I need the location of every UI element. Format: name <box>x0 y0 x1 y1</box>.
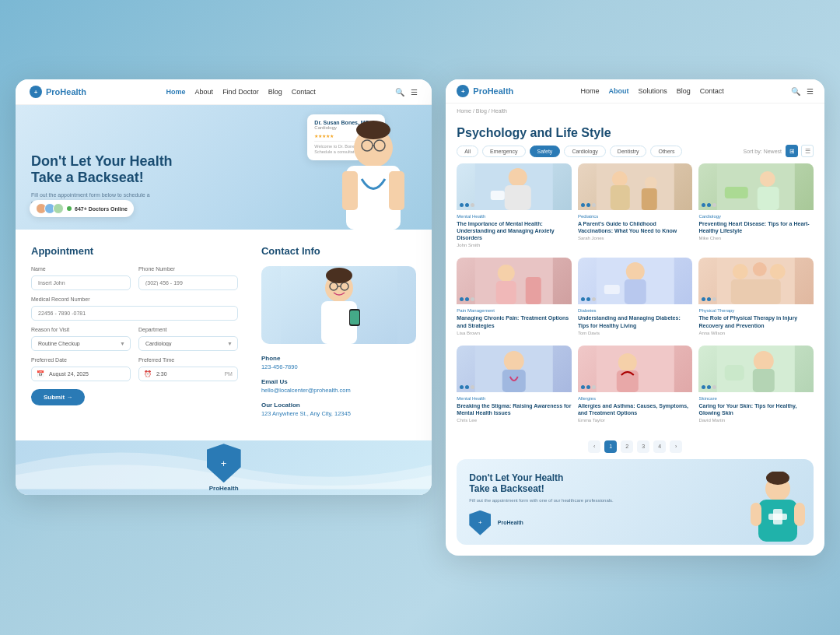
svg-point-22 <box>612 171 628 187</box>
online-badge: 647+ Doctors Online <box>30 200 134 217</box>
svg-point-31 <box>498 265 515 282</box>
blog-content-7: Mental Health Breaking the Stigma: Raisi… <box>457 392 572 426</box>
blog-author-1: John Smith <box>457 243 572 247</box>
page-3[interactable]: 3 <box>637 440 649 453</box>
search-icon-right[interactable]: 🔍 <box>791 87 800 96</box>
phone-group: Phone Number <box>138 266 238 290</box>
page-2[interactable]: 2 <box>621 440 633 453</box>
location-value: 123 Anywhere St., Any City, 12345 <box>261 410 416 417</box>
blog-title-3: Preventing Heart Disease: Tips for a Hea… <box>698 220 814 234</box>
name-phone-row: Name Phone Number <box>31 266 238 290</box>
name-group: Name <box>31 266 131 290</box>
phone-label-contact: Phone <box>261 355 416 362</box>
svg-point-40 <box>753 262 767 276</box>
name-input[interactable] <box>31 275 131 290</box>
blog-card-5[interactable]: Diabetes Understanding and Managing Diab… <box>578 258 693 339</box>
hero-doctor-img <box>331 121 416 230</box>
svg-point-50 <box>754 351 774 371</box>
time-input[interactable] <box>138 367 238 381</box>
page-1[interactable]: 1 <box>604 440 617 453</box>
blog-card-8[interactable]: Allergies Allergies and Asthma: Causes, … <box>578 346 693 426</box>
reason-select-wrapper: Routine Checkup Follow-up ▼ <box>31 335 131 351</box>
medical-row: Medical Record Number <box>31 296 238 321</box>
page-4[interactable]: 4 <box>653 440 666 453</box>
svg-point-24 <box>645 177 657 189</box>
blog-img-7 <box>457 346 572 392</box>
filter-dentistry[interactable]: Dentistry <box>610 146 647 157</box>
svg-point-27 <box>760 171 775 187</box>
blog-card-3[interactable]: Cardiology Preventing Heart Disease: Tip… <box>698 163 814 251</box>
screen-left: + ProHealth Home About Find Doctor Blog … <box>16 79 432 495</box>
hero-right-sub: Fill out the appointment form with one o… <box>469 497 739 503</box>
menu-icon-right[interactable]: ☰ <box>807 87 814 96</box>
blog-content-5: Diabetes Understanding and Managing Diab… <box>578 304 693 339</box>
nav-blog-right[interactable]: Blog <box>677 87 691 95</box>
blog-card-6[interactable]: Physical Therapy The Role of Physical Th… <box>698 258 814 339</box>
blog-card-7[interactable]: Mental Health Breaking the Stigma: Raisi… <box>457 346 572 426</box>
menu-icon-left[interactable]: ☰ <box>411 88 418 96</box>
nav-home-right[interactable]: Home <box>581 87 600 95</box>
blog-content-6: Physical Therapy The Role of Physical Th… <box>698 304 814 339</box>
blog-card-1[interactable]: Mental Health The Importance of Mental H… <box>457 163 572 251</box>
reason-select[interactable]: Routine Checkup Follow-up <box>31 336 131 351</box>
hero-right-shield-wrap: + ProHealth <box>469 510 739 535</box>
blog-rating-8 <box>581 385 596 389</box>
nav-finddoctor-left[interactable]: Find Doctor <box>222 88 259 96</box>
footer-left: + ProHealth <box>16 440 432 495</box>
nav-about-left[interactable]: About <box>195 88 214 96</box>
hero-right-title: Don't Let Your HealthTake a Backseat! <box>469 472 739 495</box>
nav-icons-left: 🔍 ☰ <box>395 88 418 96</box>
blog-cat-7: Mental Health <box>457 396 572 401</box>
name-label: Name <box>31 266 131 272</box>
blog-card-9[interactable]: Skincare Caring for Your Skin: Tips for … <box>698 346 814 426</box>
nav-contact-right[interactable]: Contact <box>700 87 724 95</box>
logo-icon-left: + <box>30 86 42 98</box>
svg-rect-25 <box>642 188 657 210</box>
hero-text-left: Don't Let Your HealthTake a Backseat! Fi… <box>31 146 323 230</box>
filter-others[interactable]: Others <box>650 146 682 157</box>
blog-cat-4: Pain Management <box>457 308 572 313</box>
reason-group: Reason for Visit Routine Checkup Follow-… <box>31 327 131 351</box>
green-dot <box>67 206 72 211</box>
blog-author-5: Tom Davis <box>578 331 693 335</box>
nav-about-right[interactable]: About <box>609 87 629 95</box>
search-icon-left[interactable]: 🔍 <box>395 88 404 96</box>
filter-emergency[interactable]: Emergency <box>482 146 525 157</box>
appointment-title: Appointment <box>31 245 238 257</box>
date-input-wrap: 📅 <box>31 365 131 381</box>
svg-rect-21 <box>597 163 674 210</box>
blog-author-4: Lisa Brown <box>457 331 572 335</box>
filter-cardiology[interactable]: Cardiology <box>564 146 605 157</box>
medical-input[interactable] <box>31 306 238 321</box>
nav-solutions-right[interactable]: Solutions <box>639 87 667 95</box>
clock-icon: ⏰ <box>144 370 152 377</box>
filter-safety[interactable]: Safety <box>530 146 561 157</box>
time-label: Preferred Time <box>138 357 238 363</box>
location-label-contact: Our Location <box>261 402 416 409</box>
date-input[interactable] <box>31 367 131 381</box>
dept-select[interactable]: Cardiology Neurology <box>138 336 238 351</box>
submit-button[interactable]: Submit → <box>31 389 85 405</box>
nav-links-left: Home About Find Doctor Blog Contact <box>97 88 384 96</box>
filter-all[interactable]: All <box>457 146 478 157</box>
blog-rating-1 <box>460 203 474 207</box>
time-input-wrap: ⏰ PM <box>138 365 238 381</box>
page-prev[interactable]: ‹ <box>588 440 600 453</box>
blog-card-4[interactable]: Pain Management Managing Chronic Pain: T… <box>457 258 572 339</box>
nav-blog-left[interactable]: Blog <box>268 88 282 96</box>
blog-card-2[interactable]: Pediatrics A Parent's Guide to Childhood… <box>578 163 693 251</box>
footer-logo-left: + ProHealth <box>207 444 241 492</box>
blog-author-3: Mike Chen <box>698 236 814 240</box>
page-next[interactable]: › <box>670 440 682 453</box>
blog-rating-3 <box>702 203 716 207</box>
nav-contact-left[interactable]: Contact <box>292 88 316 96</box>
blog-rating-7 <box>460 385 474 389</box>
phone-input[interactable] <box>138 275 238 290</box>
time-suffix: PM <box>224 370 233 376</box>
grid-view-icon[interactable]: ⊞ <box>786 145 798 157</box>
svg-point-39 <box>733 264 748 279</box>
nav-home-left[interactable]: Home <box>166 88 186 96</box>
blog-content-9: Skincare Caring for Your Skin: Tips for … <box>698 392 814 426</box>
list-view-icon[interactable]: ☰ <box>801 145 814 157</box>
blog-cat-8: Allergies <box>578 396 693 401</box>
